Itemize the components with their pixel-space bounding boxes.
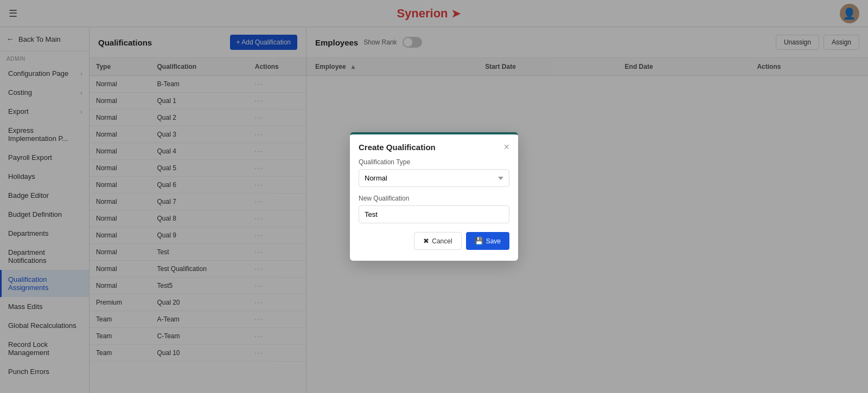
new-qualification-input[interactable] xyxy=(359,205,509,223)
cancel-icon: ✖ xyxy=(423,237,429,245)
modal-body: Qualification Type Normal Premium Team N… xyxy=(350,158,518,261)
modal-title: Create Qualification xyxy=(359,143,436,152)
cancel-button[interactable]: ✖ Cancel xyxy=(414,232,461,250)
modal-header: Create Qualification × xyxy=(350,134,518,158)
modal-footer: ✖ Cancel 💾 Save xyxy=(359,232,509,252)
create-qualification-modal: Create Qualification × Qualification Typ… xyxy=(350,132,518,261)
save-icon: 💾 xyxy=(475,237,483,245)
save-label: Save xyxy=(486,237,501,245)
modal-close-button[interactable]: × xyxy=(503,142,509,152)
save-button[interactable]: 💾 Save xyxy=(466,232,509,250)
qualification-type-label: Qualification Type xyxy=(359,158,509,166)
new-qualification-label: New Qualification xyxy=(359,195,509,202)
qualification-type-select[interactable]: Normal Premium Team xyxy=(359,169,509,187)
cancel-label: Cancel xyxy=(432,237,452,245)
modal-overlay[interactable]: Create Qualification × Qualification Typ… xyxy=(0,0,868,393)
